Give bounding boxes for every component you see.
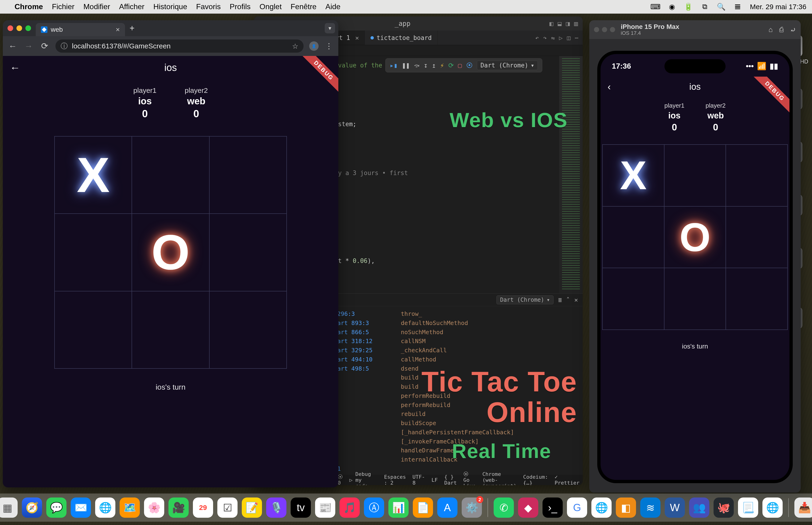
dock-teams[interactable]: 👥	[689, 497, 709, 518]
tab-close-icon[interactable]: ✕	[355, 34, 359, 41]
dock-textedit[interactable]: 📃	[738, 497, 758, 518]
dock-launchpad[interactable]: ▦	[0, 497, 18, 518]
menu-profiles[interactable]: Profils	[230, 2, 251, 11]
grid-cell-3[interactable]	[55, 214, 132, 291]
status-golive[interactable]: ⦿ Go Live	[463, 471, 476, 485]
dock-chrome3[interactable]: 🌐	[763, 497, 783, 518]
panel-close-icon[interactable]: ✕	[574, 296, 578, 303]
spotlight-icon[interactable]: 🔍	[717, 3, 725, 11]
run-icon[interactable]: ▷	[559, 34, 563, 41]
dock-settings[interactable]: ⚙️2	[462, 497, 482, 518]
menu-view[interactable]: Afficher	[119, 2, 144, 11]
dock-news[interactable]: 📰	[315, 497, 335, 518]
dock-appstore2[interactable]: A	[437, 497, 458, 518]
more-icon[interactable]: ⋯	[575, 34, 579, 41]
nav-forward-button[interactable]: →	[24, 41, 34, 51]
screen-record-icon[interactable]: ◉	[668, 3, 676, 11]
dock-mail[interactable]: ✉️	[71, 497, 91, 518]
dock-vscode[interactable]: ≋	[640, 497, 660, 518]
dock-github[interactable]: 🐙	[714, 497, 734, 518]
zoom-window-icon[interactable]	[25, 25, 31, 31]
status-runtime[interactable]: Chrome (web-javascript)	[482, 471, 517, 485]
simulator-titlebar[interactable]: iPhone 15 Pro Max iOS 17.4 ⌂ ⎙ ⤾	[589, 20, 801, 39]
status-encoding[interactable]: UTF-8	[412, 474, 425, 485]
grid-cell-8[interactable]	[209, 291, 287, 369]
layout-left-icon[interactable]: ◧	[550, 20, 554, 28]
debug-stepin-icon[interactable]: ↧	[424, 62, 428, 69]
grid-cell-3[interactable]	[602, 206, 664, 268]
back-button[interactable]: ‹	[608, 81, 611, 92]
diff-icon[interactable]: ⇋	[551, 34, 555, 41]
grid-cell-4[interactable]: O	[664, 206, 726, 268]
omnibox[interactable]: ⓘ localhost:61378/#/GameScreen ☆	[56, 40, 304, 52]
grid-cell-6[interactable]	[602, 268, 664, 330]
layout-custom-icon[interactable]: ▥	[574, 20, 578, 28]
profile-avatar[interactable]: 👤	[309, 41, 319, 51]
close-window-icon[interactable]	[7, 25, 13, 31]
dock-notes[interactable]: 📝	[242, 497, 262, 518]
minimap[interactable]	[559, 56, 583, 293]
grid-cell-1[interactable]	[664, 145, 726, 206]
grid-cell-6[interactable]	[55, 291, 132, 369]
status-language[interactable]: { } Dart	[444, 474, 457, 485]
dock-podcasts[interactable]: 🎙️	[266, 497, 287, 518]
dock-messages[interactable]: 💬	[46, 497, 66, 518]
site-info-icon[interactable]: ⓘ	[61, 41, 68, 51]
grid-cell-5[interactable]	[209, 214, 287, 291]
dock-maps[interactable]: 🗺️	[120, 497, 140, 518]
link-icon[interactable]: ⧉	[701, 3, 709, 11]
dock-terminal[interactable]: ›_	[542, 497, 563, 518]
dock-appstore[interactable]: Ⓐ	[364, 497, 384, 518]
dock-app-a[interactable]: ◆	[518, 497, 538, 518]
debug-pause-icon[interactable]: ❚❚	[402, 62, 410, 69]
grid-cell-8[interactable]	[726, 268, 787, 330]
grid-cell-7[interactable]	[664, 268, 726, 330]
minimize-window-icon[interactable]	[16, 25, 22, 31]
grid-cell-2[interactable]	[209, 136, 287, 214]
menu-file[interactable]: Fichier	[52, 2, 75, 11]
status-spaces[interactable]: Espaces : 2	[384, 474, 406, 485]
dock-app-b[interactable]: ◧	[616, 497, 636, 518]
panel-target-select[interactable]: Dart (Chrome)▾	[496, 296, 553, 304]
debug-hotreload-icon[interactable]: ⚡	[440, 62, 444, 69]
debug-stepout-icon[interactable]: ↥	[432, 62, 436, 69]
dock-pages[interactable]: 📄	[413, 497, 433, 518]
browser-tab[interactable]: web ×	[36, 23, 125, 36]
debug-toolbar[interactable]: ▸▮ ❚❚ ⤼ ↧ ↥ ⚡ ⟳ ▢ ⦿ Dart (Chrome)▾	[385, 58, 542, 72]
tab-close-icon[interactable]: ×	[116, 26, 120, 34]
dock-chrome[interactable]: 🌐	[95, 497, 116, 518]
menu-bookmarks[interactable]: Favoris	[196, 2, 221, 11]
debug-target-select[interactable]: Dart (Chrome)▾	[477, 61, 538, 70]
battery-icon[interactable]: 🔋	[684, 3, 693, 11]
status-eol[interactable]: LF	[431, 477, 438, 483]
sim-window-controls[interactable]	[594, 27, 615, 32]
chrome-menu-button[interactable]: ⋮	[324, 42, 334, 50]
dock-photos[interactable]: 🌸	[144, 497, 164, 518]
debug-continue-icon[interactable]: ▸▮	[390, 62, 398, 69]
grid-cell-4[interactable]: O	[132, 214, 209, 291]
debug-stop-icon[interactable]: ▢	[458, 62, 462, 69]
debug-stepover-icon[interactable]: ⤼	[414, 62, 419, 69]
debug-inspect-icon[interactable]: ⦿	[466, 62, 473, 69]
sim-rotate-icon[interactable]: ⤾	[790, 26, 796, 34]
nav-back-button[interactable]: ←	[7, 41, 18, 51]
grid-cell-0[interactable]: X	[602, 145, 664, 206]
dock-whatsapp[interactable]: ✆	[494, 497, 514, 518]
dock-numbers[interactable]: 📊	[388, 497, 409, 518]
dock-music[interactable]: 🎵	[339, 497, 360, 518]
sim-screenshot-icon[interactable]: ⎙	[779, 26, 784, 34]
menu-help[interactable]: Aide	[325, 2, 340, 11]
go-forward-icon[interactable]: ↷	[543, 34, 547, 41]
layout-bottom-icon[interactable]: ⬓	[557, 20, 562, 28]
grid-cell-2[interactable]	[726, 145, 787, 206]
reload-button[interactable]: ⟳	[40, 41, 50, 51]
panel-collapse-icon[interactable]: ˄	[566, 296, 569, 303]
menu-edit[interactable]: Modifier	[83, 2, 110, 11]
vscode-layout-buttons[interactable]: ◧ ⬓ ◨ ▥	[550, 20, 578, 28]
grid-cell-0[interactable]: X	[55, 136, 132, 214]
dock-google[interactable]: G	[567, 497, 587, 518]
status-port[interactable]: ⦿ 0	[338, 474, 343, 485]
dock-chrome2[interactable]: 🌐	[592, 497, 612, 518]
dock-reminders[interactable]: ☑︎	[217, 497, 238, 518]
go-back-icon[interactable]: ↶	[535, 34, 539, 41]
